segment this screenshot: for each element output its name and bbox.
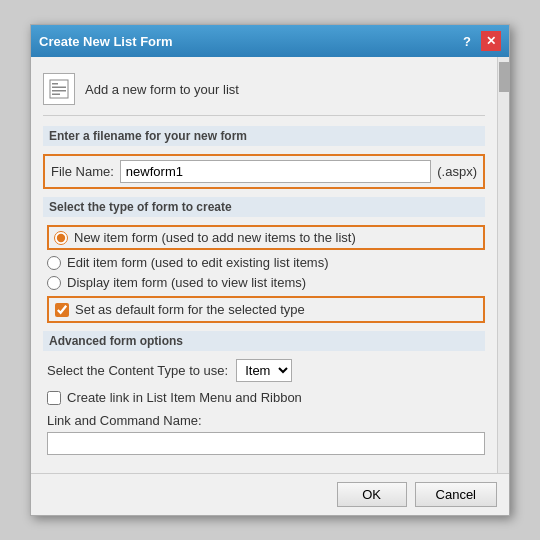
svg-rect-4 (52, 94, 60, 96)
title-bar-controls: ? ✕ (457, 31, 501, 51)
create-link-row: Create link in List Item Menu and Ribbon (43, 390, 485, 405)
radio-edit-item-label: Edit item form (used to edit existing li… (67, 255, 329, 270)
header-description: Add a new form to your list (85, 82, 239, 97)
radio-item-new: New item form (used to add new items to … (47, 225, 485, 250)
svg-rect-1 (52, 83, 58, 85)
help-button[interactable]: ? (457, 31, 477, 51)
ok-button[interactable]: OK (337, 482, 407, 507)
radio-display-item-label: Display item form (used to view list ite… (67, 275, 306, 290)
content-type-label: Select the Content Type to use: (47, 363, 228, 378)
dialog-window: Create New List Form ? ✕ (30, 24, 510, 516)
svg-rect-2 (52, 87, 66, 89)
set-default-label: Set as default form for the selected typ… (75, 302, 305, 317)
cancel-button[interactable]: Cancel (415, 482, 497, 507)
advanced-section: Advanced form options Select the Content… (43, 331, 485, 455)
filename-label: File Name: (51, 164, 114, 179)
radio-new-item-label: New item form (used to add new items to … (74, 230, 356, 245)
dialog-footer: OK Cancel (31, 473, 509, 515)
create-link-label: Create link in List Item Menu and Ribbon (67, 390, 302, 405)
set-default-checkbox[interactable] (55, 303, 69, 317)
dialog-title: Create New List Form (39, 34, 173, 49)
advanced-section-label: Advanced form options (43, 331, 485, 351)
radio-display-item[interactable] (47, 276, 61, 290)
dialog-content: Add a new form to your list Enter a file… (31, 57, 497, 473)
form-icon (48, 78, 70, 100)
close-button[interactable]: ✕ (481, 31, 501, 51)
formtype-section-label: Select the type of form to create (43, 197, 485, 217)
extension-label: (.aspx) (437, 164, 477, 179)
default-form-checkbox-row: Set as default form for the selected typ… (47, 296, 485, 323)
content-type-row: Select the Content Type to use: Item (43, 359, 485, 382)
radio-item-display: Display item form (used to view list ite… (47, 275, 485, 290)
header-section: Add a new form to your list (43, 67, 485, 116)
link-name-label: Link and Command Name: (47, 413, 485, 428)
svg-rect-0 (50, 80, 68, 98)
link-name-input[interactable] (47, 432, 485, 455)
scrollbar[interactable] (497, 57, 509, 473)
dialog-body: Add a new form to your list Enter a file… (31, 57, 497, 473)
svg-rect-3 (52, 90, 66, 92)
filename-section-label: Enter a filename for your new form (43, 126, 485, 146)
main-area: Add a new form to your list Enter a file… (31, 57, 509, 473)
scrollbar-thumb[interactable] (499, 62, 509, 92)
file-name-row: File Name: (.aspx) (43, 154, 485, 189)
radio-new-item[interactable] (54, 231, 68, 245)
radio-edit-item[interactable] (47, 256, 61, 270)
content-type-select[interactable]: Item (236, 359, 292, 382)
form-icon-container (43, 73, 75, 105)
radio-group: New item form (used to add new items to … (43, 225, 485, 290)
radio-item-edit: Edit item form (used to edit existing li… (47, 255, 485, 270)
filename-input[interactable] (120, 160, 431, 183)
link-name-section: Link and Command Name: (43, 413, 485, 455)
create-link-checkbox[interactable] (47, 391, 61, 405)
title-bar: Create New List Form ? ✕ (31, 25, 509, 57)
